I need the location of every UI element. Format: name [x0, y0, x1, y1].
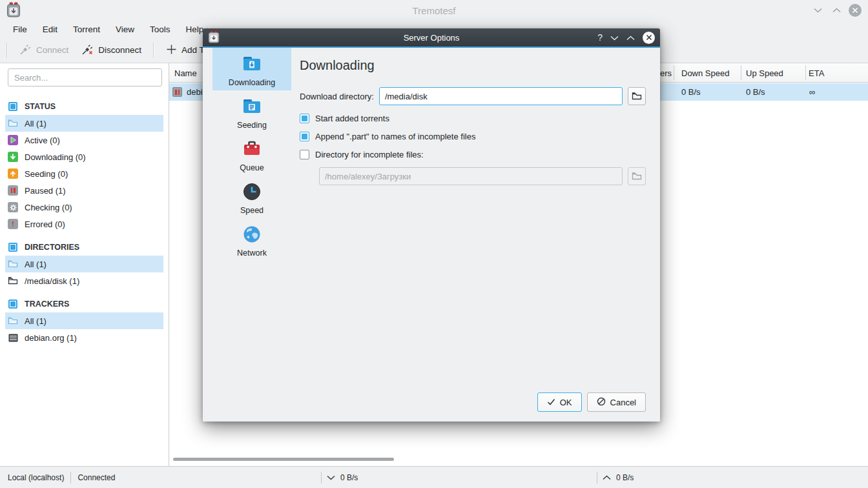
tremotesf-app-icon [208, 30, 220, 46]
column-separator[interactable] [741, 65, 741, 80]
paused-icon [8, 185, 18, 196]
globe-icon [242, 224, 262, 247]
main-titlebar: Tremotesf [0, 0, 868, 21]
dialog-nav: Downloading Seeding [212, 48, 291, 261]
incomplete-directory-row[interactable]: Directory for incomplete files: [300, 150, 646, 159]
download-directory-label: Download directory: [300, 92, 374, 101]
minimize-icon[interactable] [610, 33, 619, 43]
maximize-icon[interactable] [626, 33, 635, 43]
column-header-name[interactable]: Name [174, 63, 197, 83]
menu-torrent[interactable]: Torrent [65, 21, 108, 37]
dialog-content: Downloading Download directory: Start ad… [300, 48, 646, 412]
append-part-checkbox[interactable] [300, 132, 309, 141]
menu-file[interactable]: File [5, 21, 35, 37]
total-up-speed: 0 B/s [616, 473, 634, 482]
active-icon [8, 135, 18, 145]
dialog-title: Server Options [203, 33, 660, 43]
sidebar-item-directories-all[interactable]: All (1) [5, 256, 163, 272]
sidebar-item-status-active[interactable]: Active (0) [5, 132, 163, 148]
statusbar: Local (localhost) Connected 0 B/s 0 B/s [0, 466, 868, 488]
sidebar-item-status-seeding[interactable]: Seeding (0) [5, 165, 163, 182]
incomplete-directory-input [319, 167, 623, 185]
download-arrow-icon [327, 473, 335, 482]
sidebar-item-directory-media-disk[interactable]: /media/disk (1) [5, 272, 163, 289]
tracker-server-icon [8, 332, 18, 343]
check-icon [547, 398, 555, 407]
horizontal-scrollbar[interactable] [173, 458, 394, 461]
window-title: Tremotesf [0, 5, 868, 16]
menu-view[interactable]: View [108, 21, 142, 37]
sidebar-item-status-paused[interactable]: Paused (1) [5, 182, 163, 199]
dialog-titlebar[interactable]: Server Options ? [203, 28, 660, 46]
sidebar-item-tracker-debian[interactable]: debian.org (1) [5, 329, 163, 346]
statusbar-separator [597, 472, 597, 483]
start-added-torrents-checkbox[interactable] [300, 114, 309, 123]
checking-gear-icon [8, 202, 18, 212]
torrent-eta: ∞ [809, 83, 815, 101]
connection-status: Connected [78, 473, 115, 482]
page-title: Downloading [300, 58, 646, 73]
help-icon[interactable]: ? [597, 32, 603, 43]
search-input[interactable] [8, 68, 162, 86]
torrent-down-speed: 0 B/s [681, 83, 701, 101]
column-separator[interactable] [674, 65, 674, 80]
browse-folder-button[interactable] [628, 87, 646, 105]
category-trackers-icon [8, 299, 18, 309]
downloading-icon [8, 152, 18, 162]
column-header-seeders-partial[interactable]: ers [660, 63, 672, 83]
start-added-torrents-row[interactable]: Start added torrents [300, 114, 646, 123]
folder-dark-icon [8, 276, 18, 286]
toolbar-separator [153, 43, 154, 58]
nav-item-network[interactable]: Network [212, 218, 291, 261]
window-controls [811, 0, 862, 21]
menu-tools[interactable]: Tools [142, 21, 178, 37]
close-icon[interactable] [643, 32, 655, 44]
torrent-up-speed: 0 B/s [746, 83, 765, 101]
minimize-icon[interactable] [811, 4, 824, 17]
section-header-directories: DIRECTORIES [5, 239, 163, 256]
section-header-trackers: TRACKERS [5, 296, 163, 312]
close-icon[interactable] [849, 4, 862, 17]
column-header-eta[interactable]: ETA [809, 63, 824, 83]
connect-button[interactable]: Connect [13, 40, 75, 61]
cancel-circle-icon [597, 397, 606, 408]
sidebar-item-status-checking[interactable]: Checking (0) [5, 199, 163, 216]
download-directory-input[interactable] [379, 87, 623, 105]
nav-item-seeding[interactable]: Seeding [212, 90, 291, 133]
folder-document-icon [242, 96, 262, 119]
cancel-button[interactable]: Cancel [587, 392, 646, 412]
sidebar-item-status-errored[interactable]: ! Errored (0) [5, 216, 163, 232]
sidebar-item-trackers-all[interactable]: All (1) [5, 312, 163, 329]
maximize-icon[interactable] [830, 4, 843, 17]
plus-icon [166, 44, 177, 57]
incomplete-directory-checkbox[interactable] [300, 150, 309, 159]
nav-item-speed[interactable]: Speed [212, 176, 291, 218]
torrent-paused-icon [172, 83, 182, 101]
column-separator[interactable] [805, 65, 806, 80]
plug-disconnect-icon [81, 43, 94, 57]
ok-button[interactable]: OK [537, 392, 582, 412]
disconnect-button[interactable]: Disconnect [75, 40, 148, 61]
folder-download-icon [242, 54, 262, 76]
sidebar-item-status-all[interactable]: All (1) [5, 115, 163, 132]
statusbar-separator [321, 472, 322, 483]
seeding-icon [8, 168, 18, 179]
folder-icon [8, 118, 18, 128]
statusbar-separator [70, 472, 71, 483]
nav-item-downloading[interactable]: Downloading [212, 48, 291, 90]
nav-item-queue[interactable]: Queue [212, 133, 291, 176]
append-part-row[interactable]: Append ".part" to names of incomplete fi… [300, 132, 646, 141]
total-down-speed: 0 B/s [340, 473, 358, 482]
toolbar-handle [6, 43, 8, 58]
browse-folder-button-disabled [628, 167, 646, 185]
toolbox-icon [242, 139, 262, 161]
tremotesf-app-icon [6, 2, 21, 20]
tremotesf-main-window: Tremotesf File Edit Torrent View Tools H… [0, 0, 868, 488]
folder-icon [8, 259, 18, 269]
server-name: Local (localhost) [8, 473, 64, 482]
sidebar-item-status-downloading[interactable]: Downloading (0) [5, 148, 163, 165]
menu-edit[interactable]: Edit [35, 21, 65, 37]
column-header-up-speed[interactable]: Up Speed [746, 63, 783, 83]
torrent-name: debi [187, 83, 203, 101]
column-header-down-speed[interactable]: Down Speed [681, 63, 729, 83]
